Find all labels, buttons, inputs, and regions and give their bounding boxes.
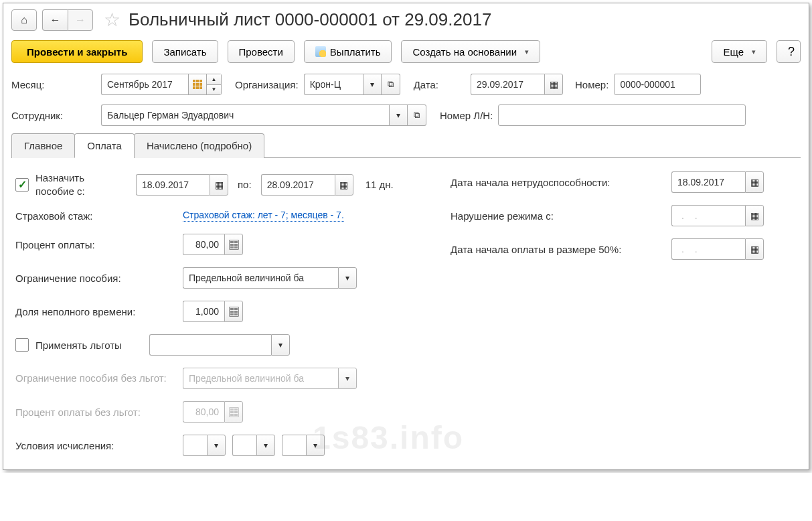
date-calendar-icon[interactable]: ▦	[544, 74, 563, 95]
org-dropdown-icon[interactable]: ▾	[363, 74, 382, 95]
limit-no-label: Ограничение пособия без льгот:	[15, 372, 176, 385]
benefits-field[interactable]: ▾	[149, 334, 290, 356]
half-calendar-icon[interactable]: ▦	[745, 238, 764, 260]
cond-dropdown-1-icon[interactable]: ▾	[207, 435, 226, 456]
org-field[interactable]: Крон-Ц ▾	[304, 74, 400, 95]
favorite-icon[interactable]: ☆	[104, 9, 120, 31]
month-label: Месяц:	[11, 79, 96, 90]
tab-payment[interactable]: Оплата	[74, 133, 135, 158]
back-button[interactable]: ←	[42, 9, 68, 31]
home-button[interactable]: ⌂	[11, 9, 37, 31]
month-grid-icon[interactable]	[188, 74, 207, 95]
number-field[interactable]: 0000-000001	[614, 74, 701, 95]
benefits-dropdown-icon[interactable]: ▾	[271, 334, 290, 356]
cond-label: Условия исчисления:	[15, 440, 176, 451]
disab-start-calendar-icon[interactable]: ▦	[745, 171, 764, 193]
stage-link[interactable]: Страховой стаж: лет - 7; месяцев - 7.	[183, 210, 344, 222]
limit-dropdown-icon[interactable]: ▾	[338, 267, 357, 289]
half-field[interactable]: . . ▦	[671, 238, 764, 260]
half-label: Дата начала оплаты в размере 50%:	[451, 244, 665, 255]
to-date-field[interactable]: 28.09.2017 ▦	[261, 174, 353, 196]
part-field[interactable]: 1,000	[183, 301, 243, 322]
percent-no-calc-icon	[224, 401, 243, 423]
cond-dropdown-2-icon[interactable]: ▾	[256, 435, 275, 456]
violation-calendar-icon[interactable]: ▦	[745, 205, 764, 226]
percent-field[interactable]: 80,00	[183, 234, 243, 255]
tabs: Главное Оплата Начислено (подробно)	[11, 133, 801, 158]
benefits-checkbox[interactable]	[15, 338, 29, 352]
forward-button: →	[68, 9, 93, 31]
date-label: Дата:	[414, 79, 438, 90]
limit-field[interactable]: Предельной величиной ба ▾	[183, 267, 357, 289]
limit-no-field: Предельной величиной ба ▾	[183, 368, 357, 389]
pay-icon	[315, 46, 326, 57]
cond-field-2[interactable]: ▾	[232, 435, 275, 456]
to-calendar-icon[interactable]: ▦	[335, 174, 353, 196]
disab-start-label: Дата начала нетрудоспособности:	[451, 177, 665, 188]
percent-label: Процент оплаты:	[15, 239, 176, 250]
percent-calc-icon[interactable]	[224, 234, 243, 255]
stage-label: Страховой стаж:	[15, 210, 176, 222]
org-label: Организация:	[235, 79, 299, 90]
page-title: Больничный лист 0000-000001 от 29.09.201…	[129, 9, 491, 30]
employee-dropdown-icon[interactable]: ▾	[389, 104, 408, 126]
limit-no-dropdown-icon: ▾	[338, 368, 357, 389]
month-field[interactable]: Сентябрь 2017 ▲▼	[101, 74, 222, 95]
percent-no-label: Процент оплаты без льгот:	[15, 406, 176, 418]
date-field[interactable]: 29.09.2017 ▦	[471, 74, 563, 95]
org-open-icon[interactable]	[382, 74, 400, 95]
assign-label: Назначить пособие с:	[35, 171, 102, 198]
post-and-close-button[interactable]: Провести и закрыть	[11, 40, 143, 63]
number-label: Номер:	[575, 79, 608, 90]
to-label: по:	[238, 179, 252, 190]
tab-main[interactable]: Главное	[11, 133, 75, 158]
assign-checkbox[interactable]	[15, 178, 29, 192]
post-button[interactable]: Провести	[228, 40, 295, 63]
write-button[interactable]: Записать	[152, 40, 218, 63]
month-spinner[interactable]: ▲▼	[207, 74, 222, 95]
help-button[interactable]: ?	[777, 40, 801, 63]
pay-button[interactable]: Выплатить	[304, 40, 392, 63]
cond-field-1[interactable]: ▾	[183, 435, 226, 456]
from-date-field[interactable]: 18.09.2017 ▦	[136, 174, 228, 196]
ln-label: Номер Л/Н:	[440, 110, 493, 121]
employee-field[interactable]: Бальцер Герман Эдуардович ▾	[101, 104, 426, 126]
cond-field-3[interactable]: ▾	[282, 435, 325, 456]
from-calendar-icon[interactable]: ▦	[210, 174, 228, 196]
cond-dropdown-3-icon[interactable]: ▾	[306, 435, 325, 456]
part-calc-icon[interactable]	[224, 301, 243, 322]
part-label: Доля неполного времени:	[15, 306, 176, 317]
create-based-button[interactable]: Создать на основании	[401, 40, 540, 63]
tab-accrued[interactable]: Начислено (подробно)	[134, 133, 264, 158]
violation-field[interactable]: . . ▦	[671, 205, 764, 226]
percent-no-field: 80,00	[183, 401, 243, 423]
ln-field[interactable]	[498, 104, 746, 126]
more-button[interactable]: Еще	[712, 40, 767, 63]
employee-open-icon[interactable]	[408, 104, 426, 126]
limit-label: Ограничение пособия:	[15, 273, 176, 284]
days-label: 11 дн.	[366, 179, 394, 190]
disab-start-field[interactable]: 18.09.2017 ▦	[671, 171, 764, 193]
violation-label: Нарушение режима с:	[451, 210, 665, 222]
benefits-label: Применять льготы	[35, 340, 143, 351]
employee-label: Сотрудник:	[11, 110, 96, 121]
